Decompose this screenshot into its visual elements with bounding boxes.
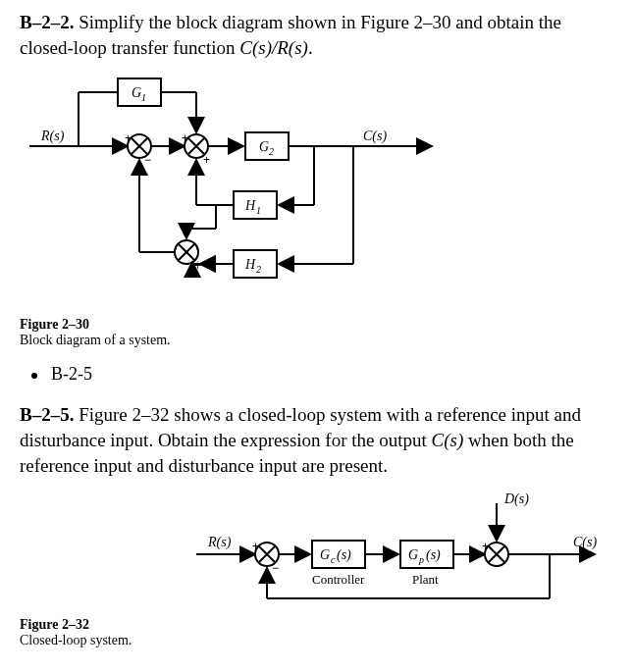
svg-text:c: c [331, 554, 336, 565]
figure-2-32-subtitle: Closed-loop system. [20, 633, 132, 647]
svg-text:(s): (s) [426, 547, 441, 563]
svg-text:G: G [320, 547, 330, 562]
d2-controller-label: Controller [312, 572, 365, 587]
d2-output-label: C(s) [573, 535, 597, 550]
bullet-icon [31, 373, 37, 379]
bullet-label: B-2-5 [51, 364, 92, 384]
svg-text:+: + [252, 540, 259, 553]
problem-1-tail: . [308, 37, 313, 58]
figure-2-30-subtitle: Block diagram of a system. [20, 333, 171, 347]
problem-2-text: B–2–5. Figure 2–32 shows a closed-loop s… [20, 402, 614, 478]
d2-summing-1: + − [252, 540, 279, 575]
d2-summing-2: + + [482, 528, 508, 566]
svg-text:+: + [125, 131, 132, 145]
block-h2: H 2 [234, 250, 277, 278]
block-g1: G 1 [118, 78, 161, 106]
svg-text:+: + [182, 131, 188, 145]
svg-text:G: G [408, 547, 418, 562]
svg-text:p: p [418, 554, 424, 565]
problem-1-number: B–2–2. [20, 12, 74, 32]
page: B–2–2. Simplify the block diagram shown … [0, 0, 634, 668]
input-label: R(s) [40, 129, 65, 144]
block-g2: G 2 [245, 132, 289, 160]
d2-block-gc: G c (s) [312, 541, 365, 568]
svg-text:(s): (s) [337, 547, 351, 563]
bullet-b-2-5: B-2-5 [20, 364, 614, 385]
svg-text:1: 1 [141, 92, 146, 103]
svg-text:−: − [272, 561, 279, 575]
svg-text:+: + [194, 259, 201, 273]
figure-2-30-diagram: R(s) + − + + + [20, 68, 614, 313]
svg-text:+: + [203, 153, 210, 167]
output-symbol: C(s) [432, 430, 464, 450]
figure-2-32-caption: Figure 2–32 Closed-loop system. [20, 617, 614, 648]
transfer-function: C(s)/R(s) [239, 37, 308, 58]
figure-2-30-caption: Figure 2–30 Block diagram of a system. [20, 317, 614, 348]
d2-disturbance-label: D(s) [503, 491, 529, 507]
svg-text:1: 1 [256, 205, 261, 216]
summing-junction-1: + − [125, 131, 151, 167]
d2-plant-label: Plant [412, 572, 439, 587]
figure-2-30-title: Figure 2–30 [20, 317, 89, 332]
output-label: C(s) [363, 129, 387, 144]
svg-text:+: + [482, 540, 489, 553]
block-h1: H 1 [234, 191, 277, 219]
svg-text:−: − [144, 153, 151, 167]
svg-text:G: G [132, 85, 141, 100]
svg-text:G: G [259, 139, 269, 154]
svg-text:H: H [244, 257, 256, 272]
figure-2-32-diagram: R(s) + − G c (s) Controller [157, 486, 614, 613]
summing-junction-3: + + [175, 227, 201, 273]
svg-text:2: 2 [269, 146, 274, 157]
problem-2-number: B–2–5. [20, 404, 74, 425]
d2-block-gp: G p (s) [400, 541, 453, 568]
d2-input-label: R(s) [207, 535, 232, 550]
figure-2-32-title: Figure 2–32 [20, 617, 89, 632]
svg-text:H: H [244, 198, 256, 213]
problem-1-text: B–2–2. Simplify the block diagram shown … [20, 10, 614, 60]
svg-text:2: 2 [256, 264, 261, 275]
